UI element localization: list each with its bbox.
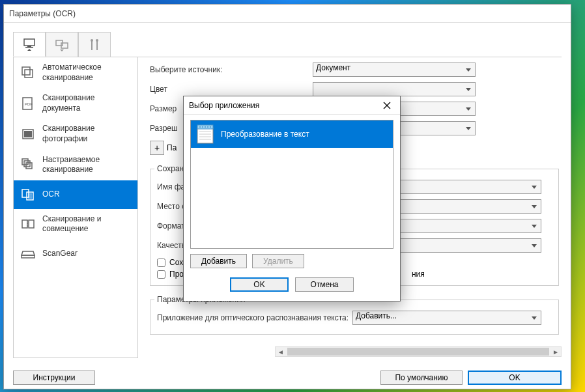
sidebar-label: Настраиваемое сканирование xyxy=(42,155,131,175)
svg-point-8 xyxy=(96,39,98,42)
scan-to-icon xyxy=(54,37,70,53)
save-checkbox-label: Сох xyxy=(169,258,183,267)
svg-point-33 xyxy=(205,126,206,128)
dialog-title: Выбор приложения xyxy=(189,101,259,110)
svg-rect-9 xyxy=(22,67,30,75)
dialog-titlebar: Выбор приложения xyxy=(184,96,400,115)
sidebar-label: Сканирование фотографии xyxy=(42,124,131,144)
source-select[interactable]: Документ xyxy=(313,63,476,77)
stitch-icon xyxy=(20,216,36,232)
sidebar-label: OCR xyxy=(42,189,60,200)
app-list[interactable]: Преобразование в текст xyxy=(190,120,393,249)
color-select[interactable] xyxy=(313,82,476,96)
sidebar-item-scangear[interactable]: ScanGear xyxy=(14,240,137,268)
defaults-button[interactable]: По умолчанию xyxy=(380,371,463,385)
app-label: Приложение для оптического распознавания… xyxy=(157,313,352,322)
svg-rect-10 xyxy=(25,70,33,77)
app-select-dialog: Выбор приложения Преобразование в текст … xyxy=(183,96,401,301)
scanner-icon xyxy=(20,246,36,262)
sidebar-label: Сканирование документа xyxy=(42,93,131,113)
scan-type-sidebar: Автоматическое сканирование PDF Сканиров… xyxy=(13,57,138,358)
svg-rect-14 xyxy=(24,131,32,137)
save-checkbox[interactable] xyxy=(157,259,165,267)
pdf-icon: PDF xyxy=(20,96,36,111)
sidebar-item-ocr[interactable]: OCR xyxy=(14,180,137,209)
params-label: Па xyxy=(167,143,177,152)
sidebar-item-photo-scan[interactable]: Сканирование фотографии xyxy=(14,119,137,149)
dialog-list-buttons: Добавить Удалить xyxy=(190,254,393,268)
dialog-footer: OK Отмена xyxy=(190,277,393,292)
add-app-button[interactable]: Добавить xyxy=(190,254,247,268)
check-checkbox-label: Про xyxy=(169,270,184,279)
check-checkbox[interactable] xyxy=(157,270,165,279)
expand-params-button[interactable]: + xyxy=(150,141,164,155)
svg-point-7 xyxy=(91,39,93,42)
close-icon xyxy=(383,102,391,109)
scroll-right-arrow[interactable]: ► xyxy=(550,347,561,356)
svg-rect-24 xyxy=(29,220,34,228)
svg-rect-17 xyxy=(24,161,30,167)
sidebar-label: ScanGear xyxy=(42,249,78,259)
custom-scan-icon xyxy=(20,157,36,173)
app-list-item[interactable]: Преобразование в текст xyxy=(191,120,393,148)
auto-scan-icon xyxy=(20,65,36,81)
sidebar-item-auto-scan[interactable]: Автоматическое сканирование xyxy=(14,57,137,88)
scroll-left-arrow[interactable]: ◄ xyxy=(276,347,286,356)
photo-icon xyxy=(20,126,36,142)
tab-tools[interactable] xyxy=(78,32,111,57)
dialog-body: Преобразование в текст Добавить Удалить … xyxy=(184,115,400,297)
svg-rect-2 xyxy=(25,47,33,48)
ocr-icon xyxy=(20,187,36,203)
sidebar-item-stitch[interactable]: Сканирование и совмещение xyxy=(14,209,137,240)
svg-point-34 xyxy=(207,126,208,128)
horizontal-scrollbar[interactable]: ◄ ► xyxy=(275,346,562,357)
check-checkbox-suffix: ния xyxy=(412,270,425,279)
window-footer: Инструкции По умолчанию OK xyxy=(4,367,571,389)
delete-app-button[interactable]: Удалить xyxy=(252,254,304,268)
svg-rect-18 xyxy=(22,189,29,197)
instructions-button[interactable]: Инструкции xyxy=(13,371,95,385)
app-item-label: Преобразование в текст xyxy=(221,130,309,139)
app-select[interactable]: Добавить... xyxy=(352,311,541,325)
sidebar-label: Сканирование и совмещение xyxy=(42,214,131,234)
sidebar-item-custom-scan[interactable]: Настраиваемое сканирование xyxy=(14,150,137,180)
svg-text:PDF: PDF xyxy=(25,102,33,106)
svg-rect-29 xyxy=(197,128,213,143)
tools-icon xyxy=(87,37,102,53)
svg-point-32 xyxy=(202,126,203,128)
svg-rect-26 xyxy=(21,255,35,258)
dialog-ok-button[interactable]: OK xyxy=(230,277,289,292)
notepad-icon xyxy=(193,122,217,146)
color-label: Цвет xyxy=(150,85,313,94)
tab-scan-from-computer[interactable] xyxy=(13,32,46,57)
window-titlebar: Параметры (OCR) xyxy=(4,5,571,23)
svg-rect-1 xyxy=(27,46,31,47)
svg-rect-16 xyxy=(26,163,32,169)
window-title: Параметры (OCR) xyxy=(9,9,76,18)
dialog-close-button[interactable] xyxy=(374,96,400,115)
ok-button[interactable]: OK xyxy=(468,371,562,385)
svg-rect-0 xyxy=(24,39,35,46)
tab-scan-to-computer[interactable] xyxy=(46,32,78,57)
sidebar-item-document-scan[interactable]: PDF Сканирование документа xyxy=(14,88,137,119)
svg-rect-15 xyxy=(22,159,28,165)
svg-point-31 xyxy=(199,126,201,128)
sidebar-label: Автоматическое сканирование xyxy=(42,63,131,83)
scrollbar-thumb[interactable] xyxy=(287,348,549,356)
svg-rect-23 xyxy=(22,220,27,228)
computer-scan-icon xyxy=(21,36,37,52)
svg-point-35 xyxy=(210,126,211,128)
mode-tabs xyxy=(13,32,562,57)
source-label: Выберите источник: xyxy=(150,65,313,74)
dialog-cancel-button[interactable]: Отмена xyxy=(295,277,354,292)
